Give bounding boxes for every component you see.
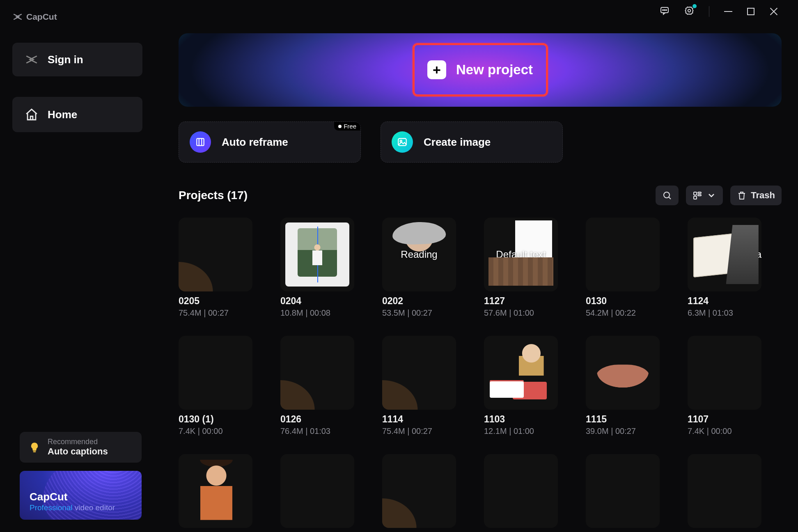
free-badge: Free	[334, 122, 360, 131]
project-meta: 54.2M | 00:22	[586, 308, 660, 318]
feedback-button[interactable]	[660, 6, 670, 17]
project-name: 0202	[382, 296, 456, 307]
create-image-tile[interactable]: Create image	[381, 122, 563, 163]
signin-label: Sign in	[48, 53, 83, 66]
signin-button[interactable]: Sign in	[12, 43, 142, 76]
project-card: 020575.4M | 00:27	[179, 218, 252, 318]
thumbnail-overlay-text: rea	[745, 249, 761, 260]
project-card: 11077.4K | 00:00	[688, 336, 761, 436]
window-minimize-button[interactable]	[724, 11, 732, 12]
project-thumbnail[interactable]	[280, 336, 354, 410]
project-thumbnail[interactable]	[280, 454, 354, 528]
project-card: 0130 (1)7.4K | 00:00	[179, 336, 252, 436]
search-projects-button[interactable]	[656, 186, 679, 205]
projects-heading: Projects (17)	[179, 189, 248, 202]
project-thumbnail[interactable]	[688, 336, 761, 410]
chevron-down-icon	[706, 190, 716, 200]
project-card	[484, 454, 558, 532]
lightbulb-icon	[29, 442, 40, 453]
project-card: 020410.8M | 00:08	[280, 218, 354, 318]
promo-title: CapCut	[30, 491, 132, 503]
home-label: Home	[48, 108, 77, 121]
project-meta: 12.1M | 01:00	[484, 427, 558, 436]
project-meta: 53.5M | 00:27	[382, 308, 456, 318]
svg-rect-16	[698, 195, 701, 196]
project-card	[179, 454, 252, 532]
view-layout-button[interactable]	[686, 186, 723, 205]
auto-reframe-icon	[190, 131, 211, 153]
thumbnail-overlay-text: Reading	[382, 249, 456, 260]
project-thumbnail[interactable]	[280, 218, 354, 291]
thumbnail-overlay-text: Default text	[484, 249, 558, 260]
auto-reframe-label: Auto reframe	[222, 136, 288, 149]
trash-button[interactable]: Trash	[730, 186, 782, 205]
project-meta: 75.4M | 00:27	[382, 427, 456, 436]
project-name: 1115	[586, 414, 660, 425]
sidebar: CapCut Sign in Home Recommended Auto cap…	[0, 0, 162, 532]
app-name: CapCut	[26, 12, 57, 22]
app-logo: CapCut	[12, 11, 142, 22]
project-thumbnail[interactable]	[382, 336, 456, 410]
promo-card[interactable]: CapCut Professional video editor	[20, 471, 142, 520]
capcut-logo-icon	[12, 11, 23, 22]
project-meta: 6.3M | 01:03	[688, 308, 761, 318]
project-thumbnail[interactable]	[179, 218, 252, 291]
grid-layout-icon	[693, 190, 702, 200]
recommended-label: Recommended	[48, 438, 108, 446]
svg-line-12	[669, 197, 671, 200]
project-card: 111539.0M | 00:27	[586, 336, 660, 436]
project-thumbnail[interactable]	[179, 454, 252, 528]
project-thumbnail[interactable]: rea	[688, 218, 761, 291]
trash-label: Trash	[751, 190, 775, 201]
sidebar-item-home[interactable]: Home	[12, 97, 142, 132]
project-thumbnail[interactable]	[688, 454, 761, 528]
promo-subtitle: Professional video editor	[30, 503, 132, 512]
project-name: 1124	[688, 296, 761, 307]
project-meta: 57.6M | 01:00	[484, 308, 558, 318]
annotation-highlight	[413, 43, 548, 96]
project-meta: 10.8M | 00:08	[280, 308, 354, 318]
trash-icon	[737, 190, 747, 200]
project-thumbnail[interactable]	[586, 454, 660, 528]
project-thumbnail[interactable]	[586, 336, 660, 410]
svg-rect-13	[694, 192, 697, 195]
project-name: 0204	[280, 296, 354, 307]
new-project-hero: + New project	[179, 33, 782, 107]
project-name: 1107	[688, 414, 761, 425]
titlebar-divider	[709, 6, 709, 17]
recommended-feature: Auto captions	[48, 446, 108, 457]
project-card	[688, 454, 761, 532]
settings-button[interactable]	[684, 6, 694, 17]
capcut-user-icon	[25, 53, 39, 66]
window-close-button[interactable]	[769, 7, 778, 16]
project-thumbnail[interactable]	[484, 336, 558, 410]
project-meta: 75.4M | 00:27	[179, 308, 252, 318]
project-thumbnail[interactable]	[382, 454, 456, 528]
project-name: 0126	[280, 414, 354, 425]
project-thumbnail[interactable]	[586, 218, 660, 291]
auto-reframe-tile[interactable]: Free Auto reframe	[179, 122, 361, 163]
project-thumbnail[interactable]	[179, 336, 252, 410]
recommended-card[interactable]: Recommended Auto captions	[20, 432, 142, 463]
svg-point-5	[688, 9, 690, 12]
projects-grid: 020575.4M | 00:27020410.8M | 00:08Readin…	[179, 218, 782, 532]
project-name: 1127	[484, 296, 558, 307]
svg-point-4	[666, 10, 667, 11]
create-image-label: Create image	[424, 136, 491, 149]
window-maximize-button[interactable]	[747, 8, 754, 15]
svg-rect-14	[694, 196, 697, 199]
project-thumbnail[interactable]: Default text	[484, 218, 558, 291]
project-card: rea11246.3M | 01:03	[688, 218, 761, 318]
project-name: 1114	[382, 414, 456, 425]
svg-point-3	[664, 10, 665, 11]
speech-bubble-icon	[660, 6, 670, 16]
project-card	[280, 454, 354, 532]
project-card: 111475.4M | 00:27	[382, 336, 456, 436]
project-thumbnail[interactable]	[484, 454, 558, 528]
home-icon	[25, 108, 39, 122]
project-thumbnail[interactable]: Reading	[382, 218, 456, 291]
project-card: Reading020253.5M | 00:27	[382, 218, 456, 318]
project-meta: 7.4K | 00:00	[688, 427, 761, 436]
project-meta: 7.4K | 00:00	[179, 427, 252, 436]
window-titlebar	[179, 0, 782, 23]
